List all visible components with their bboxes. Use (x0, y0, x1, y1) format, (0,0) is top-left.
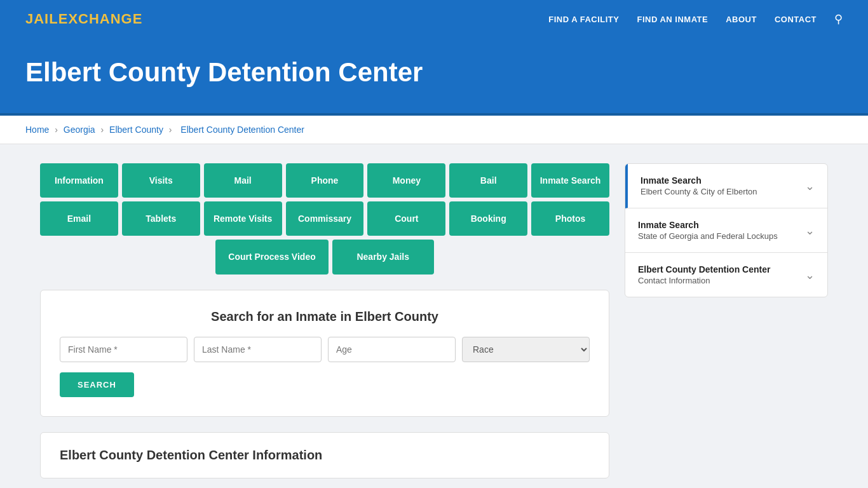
sidebar-item-subtitle-2: Contact Information (638, 276, 770, 285)
search-button[interactable]: SEARCH (60, 372, 134, 397)
tile-row-1: Information Visits Mail Phone Money Bail… (40, 163, 609, 198)
breadcrumb-current: Elbert County Detention Center (180, 125, 304, 135)
site-logo[interactable]: JAILEXCHANGE (25, 11, 142, 27)
logo-highlight: E (58, 11, 69, 27)
left-column: Information Visits Mail Phone Money Bail… (40, 163, 609, 478)
breadcrumb-sep1: › (55, 125, 60, 135)
hero-section: Elbert County Detention Center (0, 38, 868, 116)
race-select[interactable]: Race (462, 337, 590, 362)
breadcrumb-elbert-county[interactable]: Elbert County (109, 125, 163, 135)
nav-find-facility[interactable]: FIND A FACILITY (548, 13, 619, 25)
tile-photos[interactable]: Photos (531, 201, 609, 236)
sidebar-card: Inmate Search Elbert County & City of El… (625, 163, 828, 297)
nav-find-inmate[interactable]: FIND AN INMATE (637, 13, 708, 25)
sidebar-item-contact-info[interactable]: Elbert County Detention Center Contact I… (625, 253, 827, 297)
page-title: Elbert County Detention Center (25, 57, 843, 88)
tile-phone[interactable]: Phone (286, 163, 364, 198)
nav-links: FIND A FACILITY FIND AN INMATE ABOUT CON… (548, 12, 843, 26)
tile-court-process-video[interactable]: Court Process Video (215, 240, 328, 274)
info-title: Elbert County Detention Center Informati… (60, 448, 590, 463)
sidebar-item-subtitle-1: State of Georgia and Federal Lockups (638, 231, 778, 241)
breadcrumb-sep2: › (101, 125, 107, 135)
chevron-down-icon-0: ⌄ (805, 179, 815, 193)
logo-part2: XCHANGE (68, 11, 142, 27)
sidebar-item-title-0: Inmate Search (641, 175, 757, 186)
search-fields: Race (60, 337, 590, 362)
nav-about[interactable]: ABOUT (726, 13, 757, 25)
search-box: Search for an Inmate in Elbert County Ra… (40, 290, 609, 417)
first-name-input[interactable] (60, 337, 187, 362)
tile-row-2: Email Tablets Remote Visits Commissary C… (40, 201, 609, 236)
sidebar-item-subtitle-0: Elbert County & City of Elberton (641, 187, 757, 196)
tile-remote-visits[interactable]: Remote Visits (204, 201, 282, 236)
search-title: Search for an Inmate in Elbert County (60, 309, 590, 324)
sidebar-item-title-1: Inmate Search (638, 220, 778, 230)
tile-booking[interactable]: Booking (449, 201, 527, 236)
search-icon[interactable]: ⚲ (834, 12, 843, 26)
tile-row-3: Court Process Video Nearby Jails (40, 240, 609, 274)
tile-inmate-search[interactable]: Inmate Search (531, 163, 609, 198)
sidebar-item-title-2: Elbert County Detention Center (638, 264, 770, 274)
navbar: JAILEXCHANGE FIND A FACILITY FIND AN INM… (0, 0, 868, 38)
age-input[interactable] (328, 337, 456, 362)
logo-part1: JAIL (25, 11, 58, 27)
right-sidebar: Inmate Search Elbert County & City of El… (625, 163, 828, 297)
breadcrumb-georgia[interactable]: Georgia (64, 125, 95, 135)
nav-contact[interactable]: CONTACT (775, 13, 817, 25)
tile-bail[interactable]: Bail (449, 163, 527, 198)
tile-tablets[interactable]: Tablets (122, 201, 200, 236)
tile-nearby-jails[interactable]: Nearby Jails (332, 240, 434, 274)
chevron-down-icon-2: ⌄ (805, 268, 815, 282)
tile-information[interactable]: Information (40, 163, 118, 198)
breadcrumb-sep3: › (169, 125, 175, 135)
tile-visits[interactable]: Visits (122, 163, 200, 198)
tile-commissary[interactable]: Commissary (286, 201, 364, 236)
tile-court[interactable]: Court (367, 201, 445, 236)
chevron-down-icon-1: ⌄ (805, 224, 815, 238)
tile-email[interactable]: Email (40, 201, 118, 236)
breadcrumb: Home › Georgia › Elbert County › Elbert … (0, 116, 868, 144)
info-section: Elbert County Detention Center Informati… (40, 432, 609, 478)
breadcrumb-home[interactable]: Home (25, 125, 49, 135)
tile-mail[interactable]: Mail (204, 163, 282, 198)
main-content: Information Visits Mail Phone Money Bail… (21, 163, 847, 478)
tile-money[interactable]: Money (367, 163, 445, 198)
sidebar-item-inmate-search-state[interactable]: Inmate Search State of Georgia and Feder… (625, 208, 827, 253)
last-name-input[interactable] (194, 337, 322, 362)
sidebar-item-inmate-search-local[interactable]: Inmate Search Elbert County & City of El… (625, 164, 827, 208)
